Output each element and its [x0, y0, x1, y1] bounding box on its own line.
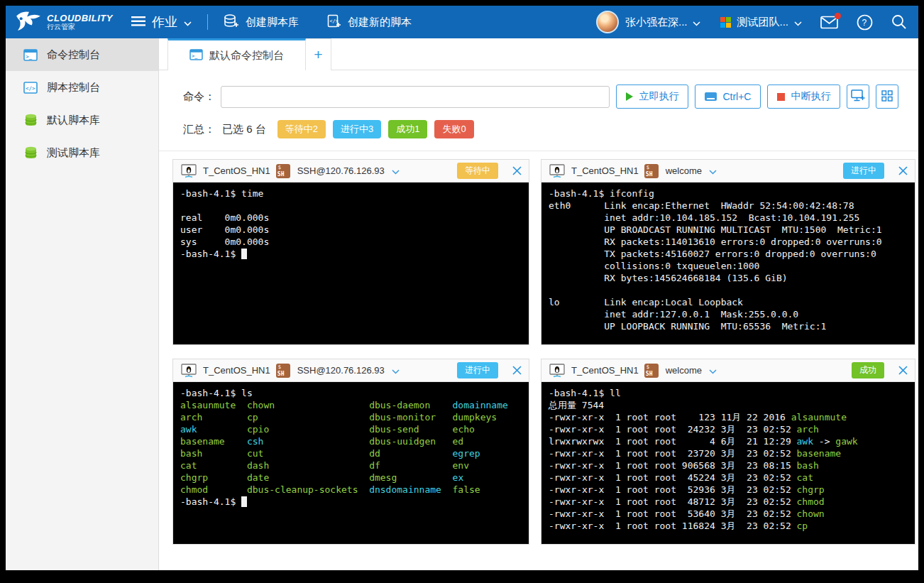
script-console-icon: </>	[23, 81, 38, 94]
chevron-down-icon[interactable]	[709, 165, 717, 178]
terminal-line: eth0 Link encap:Ethernet HWaddr 52:54:00…	[549, 200, 908, 212]
terminal-line: chmod dbus-cleanup-sockets dnsdomainname…	[180, 484, 522, 496]
chevron-down-icon	[794, 16, 802, 28]
interrupt-button[interactable]: 中断执行	[767, 85, 840, 109]
terminal-line: awk cpio dbus-send echo	[180, 423, 522, 435]
layout-grid-button[interactable]	[876, 85, 898, 109]
close-icon[interactable]	[898, 166, 908, 175]
svg-text:</>: </>	[329, 18, 339, 24]
team-grid-icon	[720, 17, 731, 28]
terminal-line: lo Link encap:Local Loopback	[549, 296, 908, 308]
sidebar-item-label: 测试脚本库	[47, 146, 100, 160]
terminal-panel: T_CentOS_HN1 $SH welcome 成功 -bash-4.1$ l…	[541, 359, 915, 545]
terminal-line: lrwxrwxrwx 1 root root 4 6月 21 12:29 awk…	[549, 435, 908, 447]
sidebar-item-script-console[interactable]: </> 脚本控制台	[6, 71, 158, 104]
notification-dot	[835, 13, 841, 19]
terminal-line: -rwxr-xr-x 1 root root 24232 3月 23 02:52…	[549, 423, 908, 435]
terminal-line: 总用量 7544	[549, 399, 908, 411]
terminal-output[interactable]: -bash-4.1$ lsalsaunmute chown dbus-daemo…	[173, 382, 529, 544]
terminal-line: -rwxr-xr-x 1 root root 45224 3月 23 02:52…	[549, 472, 908, 484]
status-badge-running: 进行中3	[333, 120, 381, 138]
ssh-protocol-icon: $SH	[276, 364, 290, 378]
tab-default-command-console[interactable]: >_ 默认命令控制台	[167, 38, 306, 70]
add-host-button[interactable]	[847, 85, 869, 109]
terminal-line: cat dash df env	[180, 459, 522, 472]
terminal-panel-header: T_CentOS_HN1 $SH SSH@120.76.126.93 等待中	[173, 160, 529, 182]
terminal-line: -bash-4.1$ time	[180, 187, 522, 200]
terminal-line: bash cut dd egrep	[180, 447, 522, 459]
close-icon[interactable]	[898, 366, 908, 375]
sidebar-item-default-script-lib[interactable]: 默认脚本库	[6, 104, 158, 136]
sidebar-item-label: 脚本控制台	[47, 81, 100, 94]
hamburger-icon	[131, 15, 145, 30]
command-section: 命令： 立即执行 Ctrl+C 中断执行	[159, 70, 918, 151]
execute-button[interactable]: 立即执行	[616, 85, 688, 109]
connection-name[interactable]: SSH@120.76.126.93	[297, 165, 385, 176]
terminal-line: inet addr:127.0.0.1 Mask:255.0.0.0	[549, 308, 908, 320]
stop-icon	[777, 93, 785, 101]
connection-name[interactable]: welcome	[666, 365, 702, 376]
play-icon	[626, 92, 633, 101]
keyboard-icon	[705, 92, 717, 101]
svg-text:?: ?	[862, 18, 867, 28]
terminal-line: -rwxr-xr-x 1 root root 48712 3月 23 02:52…	[549, 496, 908, 508]
brand-logo[interactable]: CLOUDBILITY 行云管家	[16, 10, 113, 34]
user-name: 张小强在深...	[625, 16, 688, 29]
sidebar-item-command-console[interactable]: >_ 命令控制台	[6, 38, 158, 71]
close-icon[interactable]	[512, 166, 522, 175]
terminal-line: -rwxr-xr-x 1 root root 123 11月 22 2016 a…	[549, 411, 908, 423]
terminal-line: UP LOOPBACK RUNNING MTU:65536 Metric:1	[549, 320, 908, 332]
help-button[interactable]: ?	[857, 14, 873, 31]
sidebar-item-test-script-lib[interactable]: 测试脚本库	[6, 136, 158, 169]
connection-name[interactable]: welcome	[666, 165, 702, 176]
team-menu[interactable]: 测试团队...	[737, 16, 802, 29]
chevron-down-icon[interactable]	[392, 364, 400, 377]
terminal-output[interactable]: -bash-4.1$ timereal 0m0.000suser 0m0.000…	[173, 182, 529, 344]
sidebar-item-label: 命令控制台	[47, 48, 100, 62]
database-icon	[23, 146, 38, 159]
ssh-protocol-icon: $SH	[644, 164, 659, 178]
terminal-line: -rwxr-xr-x 1 root root 116824 3月 23 02:5…	[549, 520, 908, 532]
tab-label: 默认命令控制台	[209, 49, 284, 62]
monitor-add-icon	[851, 89, 865, 104]
linux-host-icon	[180, 164, 197, 178]
command-label: 命令：	[183, 90, 215, 104]
terminal-line: -bash-4.1$	[180, 496, 522, 508]
nav-menu-jobs[interactable]: 作业	[131, 13, 192, 31]
terminal-console-icon: >_	[189, 49, 203, 62]
plus-icon: +	[314, 46, 322, 63]
cloudbility-bird-icon	[16, 10, 41, 34]
messages-button[interactable]	[820, 16, 838, 29]
create-script-lib-label: 创建脚本库	[246, 16, 299, 29]
terminal-output[interactable]: -bash-4.1$ ifconfigeth0 Link encap:Ether…	[541, 182, 915, 344]
host-name: T_CentOS_HN1	[203, 165, 270, 176]
brand-subtitle: 行云管家	[47, 23, 113, 31]
terminal-panel: T_CentOS_HN1 $SH SSH@120.76.126.93 进行中 -…	[172, 359, 529, 545]
connection-name[interactable]: SSH@120.76.126.93	[297, 365, 385, 376]
topbar-divider	[207, 14, 208, 30]
create-script-button[interactable]: </> 创建新的脚本	[327, 14, 412, 31]
chevron-down-icon[interactable]	[709, 364, 717, 377]
add-tab-button[interactable]: +	[306, 38, 331, 70]
terminal-line: sys 0m0.000s	[180, 236, 522, 248]
summary-label: 汇总：	[183, 123, 215, 136]
svg-text:>_: >_	[192, 53, 197, 59]
execute-label: 立即执行	[639, 90, 678, 103]
terminal-output[interactable]: -bash-4.1$ ll总用量 7544-rwxr-xr-x 1 root r…	[541, 382, 915, 544]
terminal-line: -bash-4.1$ ll	[549, 387, 908, 399]
brand-title: CLOUDBILITY	[47, 13, 113, 23]
top-navbar: CLOUDBILITY 行云管家 作业 创建脚	[6, 6, 918, 38]
ctrl-c-button[interactable]: Ctrl+C	[695, 85, 761, 109]
user-avatar[interactable]	[596, 11, 619, 33]
chevron-down-icon[interactable]	[392, 165, 400, 178]
terminal-line: -bash-4.1$	[180, 248, 522, 260]
script-add-icon: </>	[327, 14, 341, 31]
search-icon[interactable]	[891, 14, 907, 30]
user-menu[interactable]: 张小强在深...	[625, 16, 701, 29]
create-script-lib-button[interactable]: 创建脚本库	[224, 14, 299, 31]
command-input[interactable]	[221, 86, 610, 108]
terminal-panel-header: T_CentOS_HN1 $SH SSH@120.76.126.93 进行中	[173, 359, 529, 382]
close-icon[interactable]	[512, 366, 522, 375]
terminal-status-badge: 进行中	[457, 362, 498, 378]
selected-count: 已选 6 台	[222, 123, 266, 136]
